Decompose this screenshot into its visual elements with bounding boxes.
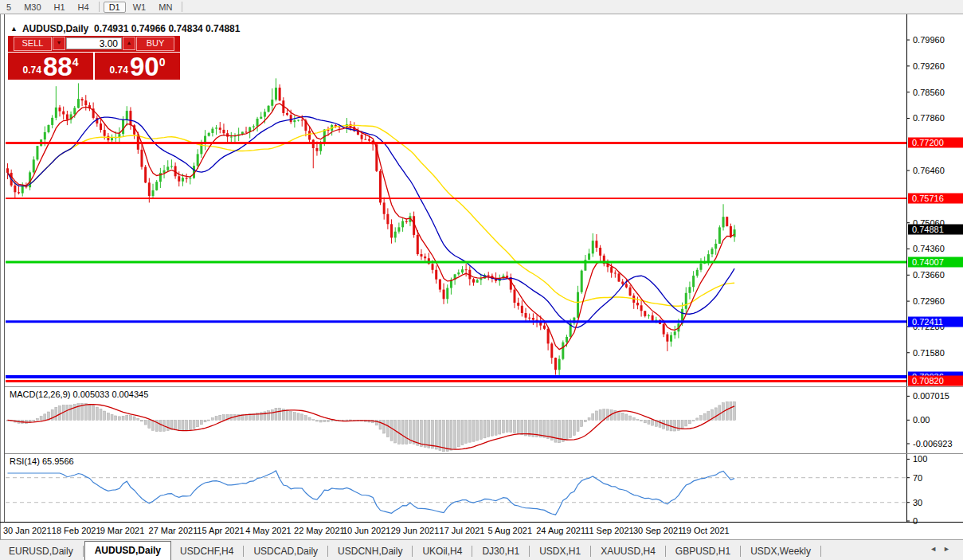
date-axis-label: 15 Apr 2021	[197, 526, 244, 535]
chart-tab-usdcnh-daily[interactable]: USDCNH,Daily	[329, 542, 411, 560]
chart-title: ▲AUDUSD,Daily 0.74931 0.74966 0.74834 0.…	[10, 23, 240, 34]
chart-canvas[interactable]	[0, 0, 963, 560]
chart-tab-xauusd-h4[interactable]: XAUUSD,H4	[592, 542, 664, 560]
toolbar-separator	[99, 2, 100, 12]
sell-price-prefix: 0.74	[23, 65, 41, 76]
date-axis-label: 18 Feb 2021	[52, 526, 101, 535]
tab-separator	[740, 546, 741, 557]
one-click-trade-panel: SELL ▼ 3.00 ▲ BUY 0.74 88 4 0.74 90 0	[8, 36, 180, 80]
price-axis-tick: 0.77860	[913, 113, 945, 123]
timeframe-button-m30[interactable]: M30	[18, 2, 46, 13]
price-axis-tick: 0.79960	[913, 35, 945, 45]
macd-axis-tick: 0.00	[913, 415, 930, 425]
volume-input[interactable]: 3.00	[66, 37, 122, 49]
current-price-badge: 0.74881	[908, 225, 963, 235]
date-axis-label: 30 Jan 2021	[3, 526, 52, 535]
date-axis-label: 5 Aug 2021	[487, 526, 532, 535]
buy-button[interactable]: BUY	[136, 37, 174, 51]
price-level-badge: 0.70820	[908, 376, 963, 386]
sell-price-sup: 4	[72, 56, 79, 69]
date-axis-label: 30 Sep 2021	[633, 526, 683, 535]
volume-down-button[interactable]: ▼	[53, 37, 65, 50]
price-axis-tick: 0.79260	[913, 61, 945, 71]
macd-axis-tick: -0.006923	[913, 439, 953, 448]
price-level-badge: 0.74007	[908, 257, 963, 268]
volume-up-button[interactable]: ▲	[123, 37, 135, 50]
rsi-axis-tick: 70	[913, 473, 922, 483]
chart-tab-usdcad-daily[interactable]: USDCAD,Daily	[245, 542, 327, 560]
tab-separator	[83, 546, 84, 557]
candlesticks	[6, 78, 736, 375]
tab-separator	[472, 546, 472, 557]
macd-axis-tick: 0.007015	[913, 391, 949, 401]
sell-button[interactable]: SELL	[14, 37, 52, 51]
trading-terminal: { "toolbar": { "items": [ {"label": "5",…	[0, 0, 963, 560]
date-axis-label: 4 May 2021	[245, 526, 291, 535]
macd-panel-layer	[6, 401, 736, 452]
trade-panel-controls: SELL ▼ 3.00 ▲ BUY	[8, 36, 180, 51]
price-axis-tick: 0.73660	[913, 270, 945, 280]
price-axis-tick: 0.78560	[913, 88, 945, 97]
toolbar-separator	[182, 2, 182, 12]
tab-scroll-left-icon[interactable]: ◄	[930, 545, 943, 553]
price-axis-tick: 0.76460	[913, 166, 945, 175]
timeframe-button-w1[interactable]: W1	[127, 2, 152, 13]
price-level-badge: 0.77200	[908, 138, 963, 148]
buy-price-big: 90	[130, 55, 159, 79]
chart-tab-ukoil-h4[interactable]: UKOil,H4	[413, 542, 471, 560]
tab-separator	[820, 546, 821, 557]
rsi-axis-tick: 30	[913, 498, 922, 507]
date-axis-label: 22 May 2021	[294, 526, 345, 535]
chart-tab-eurusd-daily[interactable]: EURUSD,Daily	[0, 542, 82, 560]
price-axis-tick: 0.71580	[913, 348, 945, 358]
date-axis-label: 24 Aug 2021	[536, 526, 585, 535]
date-axis-label: 10 Jun 2021	[343, 526, 391, 535]
rsi-panel-layer	[6, 471, 906, 515]
timeframe-toolbar: 5M30H1H4D1W1MN	[0, 0, 963, 14]
tab-separator	[665, 546, 666, 557]
tab-separator	[529, 546, 530, 557]
buy-price[interactable]: 0.74 90 0	[95, 53, 180, 80]
ohlc-values: 0.74931 0.74966 0.74834 0.74881	[94, 23, 241, 34]
chart-tab-dj30-h1[interactable]: DJ30,H1	[473, 542, 528, 560]
tab-separator	[412, 546, 413, 557]
price-axis-tick: 0.74360	[913, 244, 945, 253]
chart-tab-usdx-h1[interactable]: USDX,H1	[530, 542, 589, 560]
tab-separator	[590, 546, 591, 557]
buy-price-prefix: 0.74	[110, 65, 128, 76]
date-axis-label: 9 Mar 2021	[100, 526, 145, 535]
symbol-marker-icon: ▲	[10, 25, 18, 33]
sell-price-big: 88	[43, 55, 72, 79]
buy-price-sup: 0	[159, 56, 166, 69]
timeframe-button-mn[interactable]: MN	[153, 2, 178, 13]
trade-panel-prices: 0.74 88 4 0.74 90 0	[8, 52, 180, 80]
date-axis-label: 19 Oct 2021	[682, 526, 730, 535]
rsi-axis-tick: 100	[913, 454, 927, 464]
timeframe-button-h1[interactable]: H1	[49, 2, 71, 13]
tab-separator	[243, 546, 244, 557]
sell-price[interactable]: 0.74 88 4	[8, 53, 93, 80]
price-level-badge: 0.75716	[908, 193, 963, 203]
timeframe-button-5[interactable]: 5	[1, 2, 17, 13]
macd-label: MACD(12,26,9) 0.005033 0.004345	[10, 390, 148, 399]
date-axis-label: 17 Jul 2021	[440, 526, 485, 535]
timeframe-button-d1[interactable]: D1	[104, 2, 126, 13]
tab-separator	[327, 546, 328, 557]
tab-scroll-right-icon[interactable]: ►	[943, 545, 957, 553]
tab-scroll-arrows[interactable]: ◄►	[930, 545, 957, 553]
rsi-label: RSI(14) 65.9566	[10, 456, 74, 466]
chart-tab-audusd-daily[interactable]: AUDUSD,Daily	[84, 541, 171, 560]
rsi-axis-tick: 0	[913, 516, 918, 526]
price-axis-tick: 0.72960	[913, 296, 945, 306]
chart-tab-bar: EURUSD,DailyAUDUSD,DailyUSDCHF,H4USDCAD,…	[0, 539, 963, 560]
timeframe-button-h4[interactable]: H4	[72, 2, 95, 13]
symbol-label: AUDUSD,Daily	[22, 23, 88, 34]
chart-tab-usdx-weekly[interactable]: USDX,Weekly	[742, 542, 820, 560]
chart-tab-usdchf-h4[interactable]: USDCHF,H4	[171, 542, 242, 560]
main-chart-layer	[6, 78, 736, 375]
chart-tab-gbpusd-h1[interactable]: GBPUSD,H1	[667, 542, 739, 560]
price-level-badge: 0.72411	[908, 316, 963, 327]
date-axis-label: 27 Mar 2021	[149, 526, 198, 535]
date-axis-label: 11 Sep 2021	[585, 526, 634, 535]
date-axis-label: 29 Jun 2021	[391, 526, 440, 535]
